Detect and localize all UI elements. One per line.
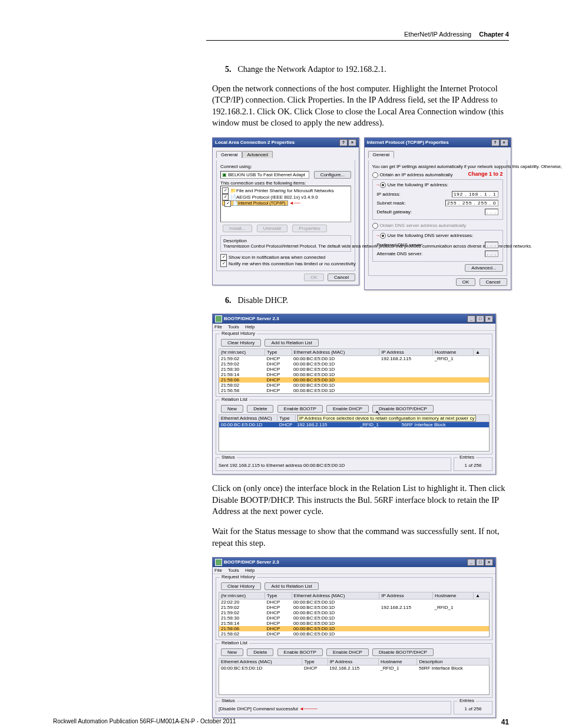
close-icon[interactable]: × (500, 139, 508, 146)
table-row[interactable]: 21:59:02DHCP00:00:BC:E5:D0:1D192.168.2.1… (219, 605, 490, 610)
add-relation-button[interactable]: Add to Relation List (265, 582, 318, 590)
clear-history-button[interactable]: Clear History (221, 339, 261, 347)
pref-dns-field[interactable]: . . . (485, 242, 498, 248)
disable-bootp-dhcp-button[interactable]: Disable BOOTP/DHCP↖ (372, 405, 434, 413)
delete-button[interactable]: Delete (247, 648, 273, 656)
minimize-icon[interactable]: _ (467, 559, 475, 566)
disable-bootp-dhcp-button[interactable]: Disable BOOTP/DHCP (372, 648, 434, 656)
bootp-window-2: BOOTP/DHCP Server 2.3 _□× File Tools Hel… (212, 557, 496, 718)
radio-use-dns[interactable] (380, 233, 386, 239)
table-row[interactable]: 21:58:06DHCP00:00:BC:E5:D0:1D (219, 626, 490, 631)
enable-dhcp-button[interactable]: Enable DHCP (326, 648, 369, 656)
table-row[interactable]: 21:58:02DHCP00:00:BC:E5:D0:1D (219, 383, 490, 388)
cancel-button-tcpip[interactable]: Cancel (480, 278, 507, 286)
table-row[interactable]: 21:59:02DHCP00:00:BC:E5:D0:1D (219, 610, 490, 615)
titlebar-lan: Local Area Connection 2 Properties ?× (213, 138, 359, 147)
table-row[interactable]: 21:58:06DHCP00:00:BC:E5:D0:1D (219, 377, 490, 383)
menu-help[interactable]: Help (245, 324, 254, 330)
alt-dns-field[interactable]: . . . (485, 251, 498, 257)
dialog-tcpip-properties: Internet Protocol (TCP/IP) Properties ?×… (364, 137, 511, 290)
tab-advanced[interactable]: Advanced (242, 151, 273, 158)
tab-general-2[interactable]: General (368, 151, 394, 158)
table-row[interactable]: 21:58:30DHCP00:00:BC:E5:D0:1D (219, 367, 490, 372)
adapter-name: BELKIN USB To Fast Ethernet Adapt (228, 172, 305, 177)
close-icon[interactable]: × (485, 559, 493, 566)
menu-tools[interactable]: Tools (228, 324, 239, 330)
enable-bootp-button[interactable]: Enable BOOTP (277, 405, 323, 413)
request-history-table-2[interactable]: (hr:min:sec)TypeEthernet Address (MAC)IP… (219, 592, 490, 637)
enable-bootp-button[interactable]: Enable BOOTP (277, 648, 323, 656)
cancel-button-lan[interactable]: Cancel (328, 274, 355, 281)
checkbox-show-icon[interactable]: ✓ (220, 254, 227, 261)
checkbox-notify[interactable]: ✓ (220, 261, 227, 267)
groupbox-request-history: Request History Clear History Add to Rel… (216, 334, 492, 397)
label-uses-items: This connection uses the following items… (220, 180, 351, 186)
properties-button[interactable]: Properties (292, 225, 326, 232)
table-row[interactable]: 21:58:14DHCP00:00:BC:E5:D0:1D (219, 372, 490, 377)
status-text-1: Sent 192.168.2.115 to Ethernet address 0… (219, 463, 345, 468)
titlebar-bootp2: BOOTP/DHCP Server 2.3 _□× (213, 558, 495, 567)
step-6-text: Disable DHCP. (238, 296, 289, 305)
step-5: 5. Change the Network Adaptor to 192.168… (225, 65, 513, 74)
menu-tools[interactable]: Tools (228, 568, 239, 573)
table-row[interactable]: 22:02:20DHCP00:00:BC:E5:D0:1D (219, 599, 490, 605)
radio-auto-ip[interactable] (372, 172, 378, 178)
title-tcpip: Internet Protocol (TCP/IP) Properties (367, 140, 449, 145)
menubar: File Tools Help (213, 324, 495, 331)
table-row[interactable]: 21:58:30DHCP00:00:BC:E5:D0:1D (219, 615, 490, 621)
new-button[interactable]: New (221, 648, 243, 656)
paragraph-open-conn: Open the network connections of the host… (212, 83, 513, 129)
ok-button-tcpip[interactable]: OK (456, 278, 476, 286)
menu-file[interactable]: File (214, 324, 222, 330)
dialog-lan-properties: Local Area Connection 2 Properties ?× Ge… (212, 137, 359, 285)
maximize-icon[interactable]: □ (476, 315, 484, 322)
table-row[interactable]: 21:56:58DHCP00:00:BC:E5:D0:1D (219, 388, 490, 394)
configure-button[interactable]: Configure... (314, 171, 351, 179)
paragraph-wait-status: Wait for the Status message to show that… (212, 526, 513, 549)
relation-list-table[interactable]: Ethernet Address (MAC)TypeIP Address For… (219, 414, 490, 452)
advanced-button[interactable]: Advanced... (465, 264, 503, 272)
subnet-field[interactable]: 255 . 255 . 255 . 0 (445, 200, 498, 206)
gateway-field[interactable]: . . . (485, 209, 498, 215)
clear-history-button[interactable]: Clear History (221, 582, 261, 590)
relation-row[interactable]: 00:00:BC:E5:D0:1DDHCP192.168.2.115_RFID_… (219, 666, 490, 671)
radio-use-ip[interactable] (380, 182, 386, 188)
menubar: File Tools Help (213, 567, 495, 574)
table-row[interactable]: 21:58:14DHCP00:00:BC:E5:D0:1D (219, 621, 490, 626)
protocol-list[interactable]: ✓📁File and Printer Sharing for Microsoft… (220, 186, 351, 222)
status-text-2: [Disable DHCP] Command successful (219, 706, 298, 711)
tab-general[interactable]: General (216, 151, 242, 158)
minimize-icon[interactable]: _ (467, 315, 475, 322)
enable-dhcp-button[interactable]: Enable DHCP (326, 405, 369, 413)
change-annotation: Change 1 to 2 (468, 171, 503, 177)
delete-button[interactable]: Delete (247, 405, 273, 413)
close-icon[interactable]: × (348, 139, 356, 146)
relation-list-table-2[interactable]: Ethernet Address (MAC)TypeIP AddressHost… (219, 658, 490, 695)
entries-box: Entries 1 of 256 (454, 457, 492, 471)
step-6: 6. Disable DHCP. (225, 296, 513, 305)
add-relation-button[interactable]: Add to Relation List (265, 339, 318, 347)
new-button[interactable]: New (221, 405, 243, 413)
paragraph-click-once: Click on (only once) the interface block… (212, 483, 513, 518)
step-5-num: 5. (225, 65, 236, 74)
bootp-window-1: BOOTP/DHCP Server 2.3 _□× File Tools Hel… (212, 314, 496, 475)
close-icon[interactable]: × (485, 315, 493, 322)
help-icon[interactable]: ? (339, 139, 348, 146)
figure-network-dialogs: Local Area Connection 2 Properties ?× Ge… (212, 137, 513, 290)
menu-help[interactable]: Help (245, 568, 254, 573)
ip-field[interactable]: 192 . 168 . 1 . 1 (452, 191, 498, 197)
relation-row-selected[interactable]: 00:00:BC:E5:D0:1DDHCP192.168.2.115_RFID_… (219, 421, 490, 427)
table-row[interactable]: 21:59:02DHCP00:00:BC:E5:D0:1D192.168.2.1… (219, 355, 490, 361)
status-box-2: Status [Disable DHCP] Command successful… (216, 701, 451, 714)
maximize-icon[interactable]: □ (476, 559, 484, 566)
menu-file[interactable]: File (214, 568, 222, 573)
request-history-table[interactable]: (hr:min:sec)TypeEthernet Address (MAC)IP… (219, 348, 490, 394)
help-icon[interactable]: ? (491, 139, 500, 146)
table-row[interactable]: 21:59:02DHCP00:00:BC:E5:D0:1D (219, 361, 490, 367)
table-row[interactable]: 21:58:02DHCP00:00:BC:E5:D0:1D (219, 631, 490, 637)
uninstall-button[interactable]: Uninstall (257, 225, 288, 232)
install-button[interactable]: Install... (223, 225, 252, 232)
radio-auto-dns (372, 223, 378, 229)
ok-button-lan[interactable]: OK (304, 274, 324, 281)
tcpip-intro: You can get IP settings assigned automat… (372, 164, 503, 169)
